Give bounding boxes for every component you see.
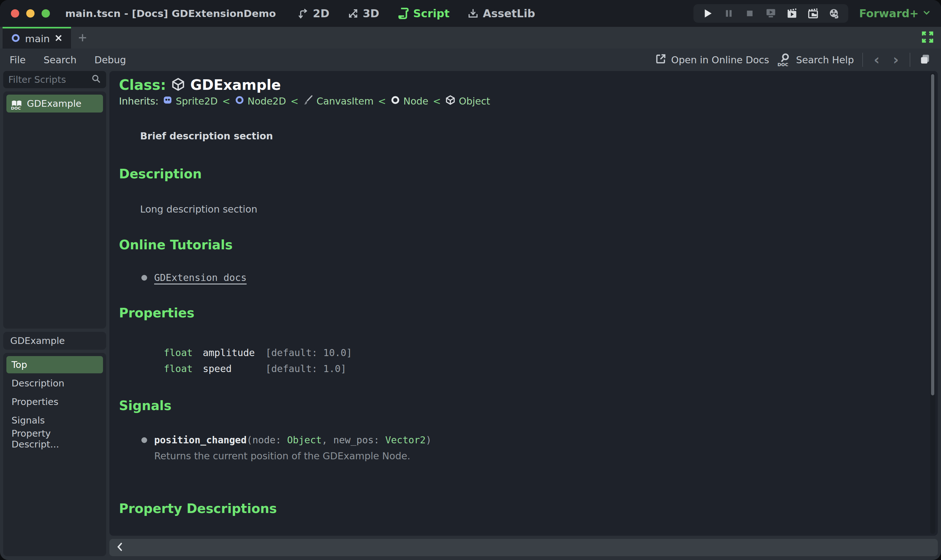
workspace-assetlib-button[interactable]: AssetLib xyxy=(467,7,535,20)
inherits-label: Inherits: xyxy=(119,95,159,107)
member-item-properties[interactable]: Properties xyxy=(6,393,103,411)
property-default: [default: 10.0] xyxy=(265,346,912,359)
property-type[interactable]: float xyxy=(164,346,203,359)
workspace-3d-button[interactable]: 3D xyxy=(347,7,379,20)
inherits-row: Inherits: Sprite2D < Node2D < xyxy=(119,95,912,108)
renderer-label: Forward+ xyxy=(859,7,919,20)
signal-item: position_changed(node: Object, new_pos: … xyxy=(141,434,912,446)
doc-bottom-bar xyxy=(110,539,938,556)
expand-editor-button[interactable] xyxy=(921,27,934,49)
property-name[interactable]: speed xyxy=(203,363,265,375)
workspace-script-button[interactable]: Script xyxy=(397,7,450,20)
play-remote-button[interactable] xyxy=(765,8,777,19)
signal-signature: position_changed(node: Object, new_pos: … xyxy=(154,434,432,446)
expand-icon xyxy=(921,31,934,45)
doc-scrollbar-thumb[interactable] xyxy=(931,74,934,395)
script-item-gdexample[interactable]: DOC GDExample xyxy=(6,95,103,112)
chain-node[interactable]: Node xyxy=(390,95,428,107)
close-window-button[interactable] xyxy=(11,9,19,18)
filter-scripts-box xyxy=(3,71,106,88)
play-scene-button[interactable] xyxy=(786,8,798,19)
members-header-label: GDExample xyxy=(10,335,65,346)
inherits-separator: < xyxy=(432,95,441,107)
member-item-property-descriptions[interactable]: Property Descript... xyxy=(6,430,103,448)
signal-arg-type[interactable]: Vector2 xyxy=(385,434,426,446)
scripts-list: DOC GDExample xyxy=(3,91,106,329)
property-name[interactable]: amplitude xyxy=(203,346,265,359)
workspace-2d-button[interactable]: 2D xyxy=(298,7,329,20)
tutorial-link[interactable]: GDExtension docs xyxy=(154,272,247,283)
member-item-description[interactable]: Description xyxy=(6,375,103,392)
workspace-2d-label: 2D xyxy=(313,7,329,20)
class-name: GDExample xyxy=(190,77,281,93)
window-controls xyxy=(11,9,50,18)
properties-heading: Properties xyxy=(119,306,912,320)
play-button[interactable] xyxy=(702,8,713,19)
search-help-icon: DOC xyxy=(777,52,791,67)
member-item-top[interactable]: Top xyxy=(6,356,103,373)
menu-separator xyxy=(910,53,910,67)
signal-name[interactable]: position_changed xyxy=(154,434,247,446)
chain-canvasitem[interactable]: CanvasItem xyxy=(303,95,373,108)
playback-bar xyxy=(693,4,848,23)
close-tab-icon[interactable] xyxy=(54,34,63,43)
inherits-separator: < xyxy=(378,95,387,107)
doc-scrollbar[interactable] xyxy=(930,73,935,534)
menu-file[interactable]: File xyxy=(9,54,26,66)
collapse-sidebar-button[interactable] xyxy=(115,542,125,554)
workspace-3d-label: 3D xyxy=(363,7,379,20)
scene-tab-main[interactable]: main xyxy=(3,27,71,49)
node2d-icon xyxy=(235,95,244,107)
property-type[interactable]: float xyxy=(164,363,203,375)
object-cube-icon xyxy=(445,95,455,108)
title-bar: main.tscn - [Docs] GDExtensionDemo 2D 3D xyxy=(0,0,941,27)
stop-button[interactable] xyxy=(744,8,756,19)
signal-arg-type[interactable]: Object xyxy=(287,434,321,446)
run-toolbar: Forward+ xyxy=(693,4,932,23)
history-back-button[interactable]: ‹ xyxy=(871,53,882,67)
open-online-docs-button[interactable]: Open in Online Docs xyxy=(655,53,769,67)
menu-separator xyxy=(862,53,863,67)
zoom-window-button[interactable] xyxy=(42,9,50,18)
workspace-assetlib-label: AssetLib xyxy=(483,7,535,20)
assetlib-download-icon xyxy=(467,8,479,19)
bullet-icon xyxy=(141,275,147,281)
node2d-icon xyxy=(11,33,20,44)
movie-maker-button[interactable] xyxy=(828,8,840,19)
inherits-separator: < xyxy=(222,95,231,107)
3d-icon xyxy=(347,8,359,19)
menu-debug[interactable]: Debug xyxy=(94,54,126,66)
paintbrush-icon xyxy=(303,95,313,108)
menu-group: File Search Debug xyxy=(9,54,126,66)
panel-toggle-button[interactable] xyxy=(919,53,932,67)
pause-button[interactable] xyxy=(723,8,734,19)
property-descriptions-heading: Property Descriptions xyxy=(119,501,912,516)
chain-sprite2d[interactable]: Sprite2D xyxy=(162,95,218,108)
long-description: Long description section xyxy=(140,204,912,215)
scene-tab-label: main xyxy=(25,33,49,45)
members-list: Top Description Properties Signals Prope… xyxy=(3,353,106,556)
class-doc-icon: DOC xyxy=(11,97,22,110)
search-help-button[interactable]: DOC Search Help xyxy=(777,52,854,67)
class-label: Class: xyxy=(119,77,166,93)
filter-scripts-input[interactable] xyxy=(8,74,91,85)
search-help-label: Search Help xyxy=(796,54,854,66)
play-custom-scene-button[interactable] xyxy=(807,8,819,19)
renderer-selector[interactable]: Forward+ xyxy=(859,7,932,20)
chain-node2d[interactable]: Node2D xyxy=(235,95,286,107)
menu-search[interactable]: Search xyxy=(43,54,76,66)
properties-table: float amplitude [default: 10.0] float sp… xyxy=(164,346,912,375)
script-workspace: DOC GDExample GDExample Top Description … xyxy=(0,71,941,560)
history-forward-button[interactable]: › xyxy=(890,53,901,67)
search-icon xyxy=(91,74,101,85)
property-default: [default: 1.0] xyxy=(265,363,912,375)
chevron-down-icon xyxy=(922,7,932,20)
chain-object[interactable]: Object xyxy=(445,95,490,108)
open-online-docs-label: Open in Online Docs xyxy=(671,54,769,66)
new-scene-tab-button[interactable] xyxy=(71,27,94,49)
external-link-icon xyxy=(655,53,666,67)
minimize-window-button[interactable] xyxy=(26,9,34,18)
godot-editor-window: main.tscn - [Docs] GDExtensionDemo 2D 3D xyxy=(0,0,941,560)
member-item-signals[interactable]: Signals xyxy=(6,412,103,429)
workspace-script-label: Script xyxy=(413,7,450,20)
